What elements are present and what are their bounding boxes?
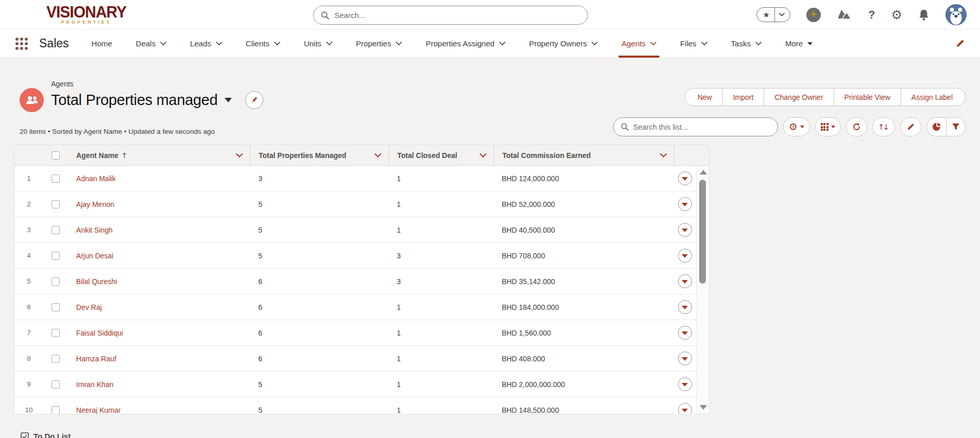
tab-label: Leads xyxy=(190,39,211,48)
breadcrumb-object-label: Agents xyxy=(51,80,263,88)
agent-name-link[interactable]: Hamza Rauf xyxy=(76,355,116,363)
column-menu-chevron-icon[interactable] xyxy=(232,153,243,157)
display-as-button[interactable] xyxy=(815,117,841,136)
column-header-total-commission-earned[interactable]: Total Commission Earned xyxy=(494,145,674,165)
setup-gear-icon[interactable]: ⚙ xyxy=(891,9,902,21)
import-button[interactable]: Import xyxy=(723,88,765,106)
edit-nav-pencil-icon[interactable] xyxy=(956,39,965,48)
row-actions-menu-button[interactable] xyxy=(678,223,692,237)
dropdown-triangle-icon xyxy=(682,383,688,387)
pin-list-view-button[interactable] xyxy=(245,91,263,109)
agent-name-link[interactable]: Adnan Malik xyxy=(76,174,116,183)
scrollbar-thumb[interactable] xyxy=(699,180,706,284)
nav-tab-deals[interactable]: Deals xyxy=(136,29,166,58)
row-number: 3 xyxy=(14,226,43,234)
nav-tab-units[interactable]: Units xyxy=(304,29,332,58)
new-button[interactable]: New xyxy=(685,88,723,106)
agent-name-link[interactable]: Ankit Singh xyxy=(76,226,113,234)
help-icon[interactable]: ? xyxy=(868,8,875,22)
favorites-button[interactable]: ★ xyxy=(756,7,790,22)
select-all-checkbox[interactable] xyxy=(52,151,60,160)
row-checkbox[interactable] xyxy=(52,252,60,260)
row-actions-menu-button[interactable] xyxy=(678,249,692,262)
scroll-up-arrow-icon[interactable] xyxy=(700,170,707,174)
list-search-input[interactable] xyxy=(633,123,770,131)
nav-tab-home[interactable]: Home xyxy=(92,29,112,58)
row-checkbox[interactable] xyxy=(52,303,60,311)
row-checkbox[interactable] xyxy=(52,329,60,337)
row-checkbox[interactable] xyxy=(52,380,60,389)
charts-button[interactable] xyxy=(927,118,946,136)
agent-name-link[interactable]: Ajay Menon xyxy=(76,200,114,208)
agent-name-link[interactable]: Dev Raj xyxy=(76,303,102,311)
nav-tab-properties[interactable]: Properties xyxy=(356,29,402,58)
row-actions-menu-button[interactable] xyxy=(678,326,692,340)
pencil-icon xyxy=(907,123,915,131)
nav-tab-property-owners[interactable]: Property Owners xyxy=(529,29,598,58)
notifications-bell-icon[interactable] xyxy=(918,9,930,21)
cell-total-properties-managed: 3 xyxy=(250,174,388,183)
row-checkbox[interactable] xyxy=(52,174,60,183)
global-search-input[interactable] xyxy=(334,11,580,20)
list-view-controls-button[interactable]: ⚙ xyxy=(783,117,810,136)
nav-tab-tasks[interactable]: Tasks xyxy=(731,29,762,58)
table-scrollbar[interactable] xyxy=(696,166,709,414)
actions-column-header xyxy=(674,145,697,165)
trailhead-icon[interactable] xyxy=(837,8,852,22)
nav-tab-agents[interactable]: Agents xyxy=(621,29,656,58)
row-actions-menu-button[interactable] xyxy=(678,197,692,211)
filters-button[interactable] xyxy=(946,118,965,136)
inline-edit-button[interactable] xyxy=(900,117,921,136)
row-number-column-header xyxy=(14,145,43,165)
row-actions-menu-button[interactable] xyxy=(678,377,692,391)
agent-name-link[interactable]: Imran Khan xyxy=(76,380,113,389)
chevron-down-icon[interactable] xyxy=(775,13,790,16)
nav-tab-leads[interactable]: Leads xyxy=(190,29,222,58)
row-checkbox[interactable] xyxy=(52,406,60,414)
column-menu-chevron-icon[interactable] xyxy=(656,153,667,157)
app-launcher-waffle-icon[interactable] xyxy=(15,38,28,50)
nav-tab-more[interactable]: More xyxy=(785,29,813,58)
dropdown-triangle-icon xyxy=(682,203,688,206)
global-search[interactable] xyxy=(313,6,588,25)
agent-name-link[interactable]: Arjun Desai xyxy=(76,252,113,260)
agent-name-link[interactable]: Neeraj Kumar xyxy=(76,406,121,414)
row-checkbox[interactable] xyxy=(52,200,60,208)
nav-tab-clients[interactable]: Clients xyxy=(246,29,280,58)
row-actions-menu-button[interactable] xyxy=(678,403,692,414)
printable-view-button[interactable]: Printable View xyxy=(834,88,901,106)
user-avatar[interactable] xyxy=(945,4,967,25)
column-menu-chevron-icon[interactable] xyxy=(370,153,381,157)
chevron-down-icon xyxy=(831,126,835,128)
cell-total-commission-earned: BHD 708.000 xyxy=(494,252,673,260)
row-actions-menu-button[interactable] xyxy=(678,274,692,288)
global-actions-button[interactable]: + xyxy=(806,8,821,22)
sort-button[interactable]: ↑↓ xyxy=(872,117,895,136)
utility-bar-todo-list[interactable]: To Do List xyxy=(21,432,71,438)
row-checkbox[interactable] xyxy=(52,355,60,363)
agent-name-link[interactable]: Faisal Siddiqui xyxy=(76,329,123,337)
nav-tab-properties-assigned[interactable]: Properties Assigned xyxy=(426,29,505,58)
view-selector-caret-icon[interactable] xyxy=(225,98,232,102)
row-actions-menu-button[interactable] xyxy=(678,171,692,185)
row-checkbox[interactable] xyxy=(52,277,60,286)
app-name[interactable]: Sales xyxy=(39,37,69,50)
nav-tab-files[interactable]: Files xyxy=(680,29,707,58)
row-actions-menu-button[interactable] xyxy=(678,300,692,314)
column-menu-chevron-icon[interactable] xyxy=(476,153,486,157)
assign-label-button[interactable]: Assign Label xyxy=(901,88,966,106)
row-checkbox[interactable] xyxy=(52,226,60,234)
column-header-total-closed-deal[interactable]: Total Closed Deal xyxy=(389,145,494,165)
refresh-button[interactable] xyxy=(846,117,867,136)
table-body: 1 Adnan Malik 3 1 BHD 124,000.000 2 Ajay… xyxy=(14,166,696,414)
table-row: 2 Ajay Menon 5 1 BHD 52,000.000 xyxy=(14,191,696,217)
list-search[interactable] xyxy=(613,117,778,136)
chevron-down-icon xyxy=(650,42,656,46)
agent-name-link[interactable]: Bilal Qureshi xyxy=(76,277,117,286)
change-owner-button[interactable]: Change Owner xyxy=(764,88,834,106)
row-actions-menu-button[interactable] xyxy=(678,352,692,365)
scroll-down-arrow-icon[interactable] xyxy=(700,405,707,410)
column-header-agent-name[interactable]: Agent Name ↑ xyxy=(68,145,250,165)
star-icon[interactable]: ★ xyxy=(757,10,774,20)
column-header-total-properties-managed[interactable]: Total Properties Managed xyxy=(250,145,389,165)
